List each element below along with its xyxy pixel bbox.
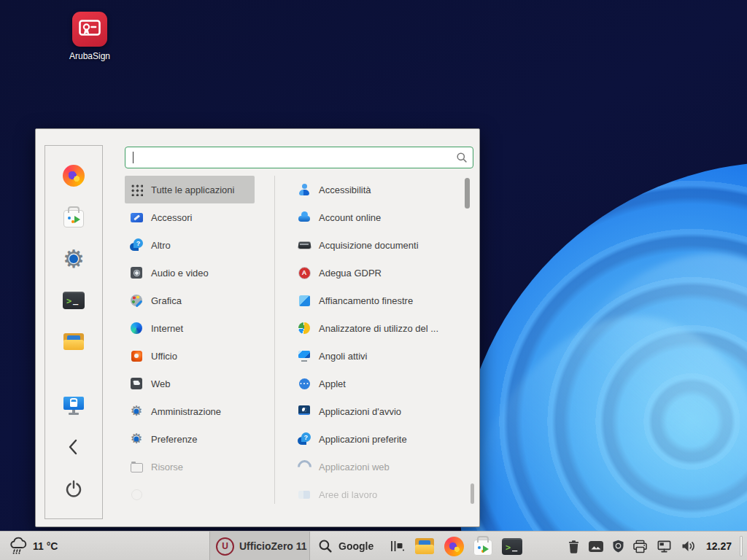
sidebar-software-manager-button[interactable] xyxy=(59,206,88,228)
app-label: Applicazioni d'avvio xyxy=(319,406,401,417)
scrollbar-thumb[interactable] xyxy=(465,178,470,209)
arc-icon xyxy=(297,459,311,474)
application-list: Accessibilità Account online Acquisizion… xyxy=(293,176,468,508)
category-label: Preferenze xyxy=(151,434,198,445)
app-adegua-gdpr[interactable]: Adegua GDPR xyxy=(293,259,468,287)
app-aree-di-lavoro[interactable]: Aree di lavoro xyxy=(293,481,468,508)
palette-icon xyxy=(129,293,144,308)
image-viewer-applet[interactable] xyxy=(588,540,604,553)
printer-applet[interactable] xyxy=(632,540,648,553)
pie-chart-icon xyxy=(297,321,311,335)
question-bubble-icon xyxy=(297,432,311,446)
app-label: Analizzatore di utilizzo del ... xyxy=(319,323,438,334)
sidebar-collapse-button[interactable] xyxy=(59,436,88,458)
google-search-button[interactable]: Google xyxy=(311,532,382,560)
power-icon xyxy=(64,479,83,498)
firefox-icon xyxy=(444,537,464,556)
application-menu: Tutte le applicazioni Accessori Altro Au… xyxy=(35,128,480,527)
category-partial[interactable] xyxy=(125,481,255,508)
category-label: Risorse xyxy=(151,462,183,472)
app-accessibilita[interactable]: Accessibilità xyxy=(293,176,468,203)
scrollbar-thumb-secondary[interactable] xyxy=(471,483,474,504)
sidebar-terminal-button[interactable] xyxy=(59,289,88,311)
app-applicazioni-davvio[interactable]: Applicazioni d'avvio xyxy=(293,397,468,425)
category-all-applications[interactable]: Tutte le applicazioni xyxy=(125,176,255,203)
app-angoli-attivi[interactable]: Angoli attivi xyxy=(293,342,468,370)
app-acquisizione-documenti[interactable]: Acquisizione documenti xyxy=(293,231,468,259)
sidebar-settings-button[interactable] xyxy=(59,248,88,270)
sidebar-lock-screen-button[interactable] xyxy=(59,394,88,416)
app-applicazioni-preferite[interactable]: Applicazioni preferite xyxy=(293,425,468,453)
terminal-icon xyxy=(63,292,85,309)
app-applet[interactable]: Applet xyxy=(293,370,468,397)
firefox-icon xyxy=(63,165,85,187)
menu-search xyxy=(125,147,473,168)
app-label: Applicazioni preferite xyxy=(319,434,407,445)
category-label: Altro xyxy=(151,240,171,251)
category-audio-e-video[interactable]: Audio e video xyxy=(125,259,255,287)
folder-outline-icon xyxy=(129,459,144,474)
network-applet[interactable] xyxy=(656,540,673,553)
category-internet[interactable]: Internet xyxy=(125,314,255,342)
volume-icon xyxy=(681,540,697,553)
menu-button-label: UfficioZero 11 xyxy=(239,540,307,552)
app-label: Aree di lavoro xyxy=(319,489,377,500)
show-desktop-edge[interactable] xyxy=(740,536,743,556)
clock-outline-icon xyxy=(129,487,144,502)
desktop-icon-arubasign[interactable]: ArubaSign xyxy=(63,12,116,61)
app-analizzatore-utilizzo[interactable]: Analizzatore di utilizzo del ... xyxy=(293,314,468,342)
app-applicazioni-web[interactable]: Applicazioni web xyxy=(293,453,468,481)
network-display-icon xyxy=(656,540,673,553)
clock[interactable]: 12.27 xyxy=(706,540,732,552)
file-manager-launcher[interactable] xyxy=(414,538,435,555)
office-icon xyxy=(129,349,144,363)
desktop: ArubaSign xyxy=(0,0,747,560)
category-web[interactable]: Web xyxy=(125,370,255,397)
search-input[interactable] xyxy=(125,147,473,168)
sidebar-firefox-button[interactable] xyxy=(59,165,88,187)
category-label: Audio e video xyxy=(151,268,209,279)
all-applications-icon xyxy=(129,182,144,197)
app-affiancamento-finestre[interactable]: Affiancamento finestre xyxy=(293,287,468,314)
category-grafica[interactable]: Grafica xyxy=(125,287,255,314)
system-tray: 12.27 xyxy=(568,532,743,560)
volume-applet[interactable] xyxy=(681,540,697,553)
trash-applet[interactable] xyxy=(568,540,580,553)
category-altro[interactable]: Altro xyxy=(125,231,255,259)
category-amministrazione[interactable]: Amministrazione xyxy=(125,397,255,425)
menu-column-divider xyxy=(274,176,275,504)
lock-screen-icon xyxy=(63,395,85,416)
sidebar-power-button[interactable] xyxy=(59,478,88,499)
text-caret xyxy=(133,152,133,163)
app-account-online[interactable]: Account online xyxy=(293,203,468,231)
terminal-icon xyxy=(502,538,522,555)
chevron-left-icon xyxy=(65,438,82,456)
desktop-icon-label: ArubaSign xyxy=(69,51,110,61)
menu-button[interactable]: UfficioZero 11 xyxy=(209,532,310,560)
window-list-button[interactable] xyxy=(389,539,405,553)
category-label: Grafica xyxy=(151,295,182,306)
category-accessori[interactable]: Accessori xyxy=(125,203,255,231)
magnifier-icon xyxy=(318,539,333,553)
category-preferenze[interactable]: Preferenze xyxy=(125,425,255,453)
category-list: Tutte le applicazioni Accessori Altro Au… xyxy=(125,176,271,508)
category-ufficio[interactable]: Ufficio xyxy=(125,342,255,370)
cloud-icon xyxy=(297,210,311,225)
software-manager-launcher[interactable] xyxy=(473,537,492,556)
firefox-launcher[interactable] xyxy=(444,537,464,556)
software-manager-icon xyxy=(63,210,84,228)
app-label: Accessibilità xyxy=(319,184,371,195)
cloud-icon xyxy=(129,376,144,391)
printer-icon xyxy=(632,540,648,553)
speaker-icon xyxy=(129,265,144,280)
terminal-launcher[interactable] xyxy=(502,538,522,555)
sidebar-file-manager-button[interactable] xyxy=(59,331,88,353)
category-risorse[interactable]: Risorse xyxy=(125,453,255,481)
category-label: Amministrazione xyxy=(151,406,221,417)
app-label: Affiancamento finestre xyxy=(319,295,413,306)
weather-applet[interactable]: 11 °C xyxy=(9,532,58,560)
browser-globe-icon xyxy=(129,321,144,335)
category-label: Ufficio xyxy=(151,351,177,362)
security-applet[interactable] xyxy=(612,540,624,553)
app-label: Account online xyxy=(319,212,381,223)
